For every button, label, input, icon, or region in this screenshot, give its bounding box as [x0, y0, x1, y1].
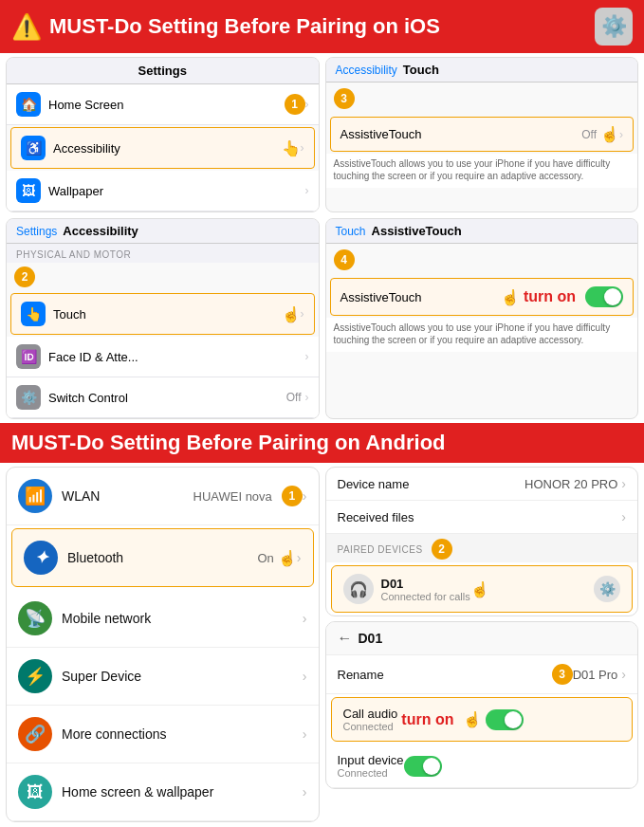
- d01-paired-row[interactable]: 🎧 D01 Connected for calls ☝️ ⚙️: [331, 565, 634, 613]
- bluetooth-label: Bluetooth: [67, 550, 257, 565]
- received-files-row[interactable]: Received files ›: [326, 501, 638, 534]
- more-connections-label: More connections: [62, 726, 303, 742]
- hand-icon: ☝️: [600, 125, 619, 143]
- input-device-label: Input device: [338, 753, 404, 767]
- assistivetouch-on-desc: AssistiveTouch allows you to use your iP…: [326, 318, 638, 352]
- faceid-row[interactable]: 🆔 Face ID & Atte... ›: [7, 337, 319, 377]
- rename-chevron: ›: [621, 667, 626, 682]
- paired-devices-section: PAIRED DEVICES 2: [326, 534, 638, 562]
- d01-header: ← D01: [326, 622, 638, 655]
- chevron: ›: [301, 307, 304, 321]
- wlan-label: WLAN: [62, 488, 193, 504]
- d01-device-icon: 🎧: [343, 574, 374, 604]
- wlan-row[interactable]: 📶 WLAN HUAWEI nova 1 ›: [7, 468, 319, 525]
- super-chevron: ›: [303, 669, 307, 684]
- input-device-toggle[interactable]: [404, 756, 442, 777]
- warning-icon: ⚠️: [11, 12, 42, 42]
- d01-sub: Connected for calls: [381, 591, 470, 602]
- call-audio-turn-on: turn on: [401, 711, 453, 728]
- android-bluetooth-panel: 📶 WLAN HUAWEI nova 1 › ✦ Bluetooth On ☝️…: [6, 467, 320, 822]
- input-device-row[interactable]: Input device Connected: [326, 744, 638, 788]
- call-audio-sub: Connected: [343, 721, 398, 732]
- rename-value: D01 Pro: [573, 668, 618, 682]
- switch-value: Off: [286, 391, 302, 404]
- home-screen-icon: 🏠: [16, 92, 41, 117]
- wallpaper-row[interactable]: 🖼 Wallpaper ›: [7, 171, 319, 211]
- mobile-network-row[interactable]: 📡 Mobile network ›: [7, 590, 319, 648]
- call-audio-info: Call audio Connected: [343, 707, 398, 732]
- assistivetouch-off-label: AssistiveTouch: [340, 127, 582, 141]
- bluetooth-icon: ✦: [24, 541, 58, 575]
- assistivetouch-on-label: AssistiveTouch: [340, 290, 497, 304]
- home-screen-row[interactable]: 🏠 Home Screen 1 ›: [7, 84, 319, 125]
- mobile-chevron: ›: [303, 611, 307, 626]
- call-audio-toggle[interactable]: [486, 709, 524, 730]
- wlan-icon: 📶: [18, 479, 52, 513]
- call-audio-row[interactable]: Call audio Connected turn on ☝️: [331, 697, 634, 742]
- super-device-row[interactable]: ⚡ Super Device ›: [7, 648, 319, 706]
- d01-name: D01: [381, 577, 470, 591]
- back-accessibility[interactable]: Accessibility: [336, 64, 397, 77]
- d01-gear-icon[interactable]: ⚙️: [594, 576, 620, 602]
- ios-assistivetouch-off-panel: Accessibility Touch 3 AssistiveTouch Off…: [325, 57, 639, 212]
- input-device-info: Input device Connected: [338, 753, 404, 779]
- accessibility-label: Accessibility: [53, 141, 282, 156]
- ios-screenshots-grid: Settings 🏠 Home Screen 1 › ♿ Accessibili…: [0, 53, 644, 423]
- d01-title: D01: [359, 631, 383, 646]
- wallpaper-label: Wallpaper: [48, 184, 305, 198]
- wlan-chevron: ›: [303, 488, 307, 504]
- touch-assistivetouch-header: Touch AssistiveTouch: [326, 219, 638, 244]
- chevron: ›: [305, 98, 309, 111]
- faceid-label: Face ID & Atte...: [48, 350, 305, 364]
- ios-settings-panel: Settings 🏠 Home Screen 1 › ♿ Accessibili…: [6, 57, 320, 212]
- assistivetouch-toggle[interactable]: [585, 286, 623, 307]
- touch-row[interactable]: 👆 Touch ☝️ ›: [10, 293, 315, 335]
- device-name-row[interactable]: Device name HONOR 20 PRO ›: [326, 468, 638, 501]
- android-banner-title: MUST-Do Setting Before Pairing on Andrio…: [11, 431, 446, 455]
- turn-on-text: turn on: [524, 288, 576, 305]
- android-right-panels: Device name HONOR 20 PRO › Received file…: [325, 467, 639, 822]
- more-connections-row[interactable]: 🔗 More connections ›: [7, 706, 319, 763]
- d01-back-arrow[interactable]: ←: [338, 630, 353, 647]
- received-files-chevron: ›: [621, 509, 626, 524]
- badge-1: 1: [285, 94, 305, 115]
- touch-label: Touch: [53, 307, 282, 322]
- rename-row[interactable]: Rename 3 D01 Pro ›: [326, 655, 638, 694]
- rename-label: Rename: [338, 668, 546, 682]
- badge-3: 3: [334, 88, 355, 109]
- android-screenshots-grid: 📶 WLAN HUAWEI nova 1 › ✦ Bluetooth On ☝️…: [0, 463, 644, 827]
- badge-android-2: 2: [432, 539, 452, 560]
- back-touch[interactable]: Touch: [336, 225, 366, 238]
- android-device-panel: Device name HONOR 20 PRO › Received file…: [325, 467, 639, 616]
- home-screen-label: Home Screen: [48, 98, 279, 112]
- chevron: ›: [305, 391, 309, 404]
- assistivetouch-row-off[interactable]: AssistiveTouch Off ☝️ ›: [330, 117, 635, 152]
- settings-header: Settings: [7, 58, 319, 84]
- back-settings[interactable]: Settings: [16, 225, 57, 238]
- hand-pointer: 👆: [282, 139, 301, 157]
- home-wallpaper-label: Home screen & wallpaper: [62, 784, 303, 799]
- home-screen-wallpaper-row[interactable]: 🖼 Home screen & wallpaper ›: [7, 763, 319, 821]
- assistivetouch-toggle-row[interactable]: AssistiveTouch ☝️ turn on: [330, 278, 635, 316]
- ios-banner-title: MUST-Do Setting Before Pairing on iOS: [49, 14, 440, 39]
- mobile-network-label: Mobile network: [62, 611, 303, 626]
- bt-chevron: ›: [297, 550, 302, 565]
- switch-control-row[interactable]: ⚙️ Switch Control Off ›: [7, 377, 319, 418]
- home-wallpaper-chevron: ›: [303, 784, 307, 799]
- device-name-label: Device name: [338, 477, 525, 491]
- more-connections-icon: 🔗: [18, 717, 52, 751]
- switch-icon: ⚙️: [16, 385, 41, 410]
- device-name-chevron: ›: [621, 476, 626, 491]
- accessibility-touch-header: Accessibility Touch: [326, 58, 638, 83]
- accessibility-row[interactable]: ♿ Accessibility 👆 ›: [10, 127, 315, 169]
- hand-call-audio: ☝️: [463, 710, 482, 728]
- accessibility-title: Accessibility: [63, 224, 138, 238]
- assistivetouch-off-value: Off: [581, 128, 597, 141]
- gear-icon: ⚙️: [595, 8, 633, 46]
- physical-motor-section: PHYSICAL AND MOTOR: [7, 244, 319, 263]
- ios-banner: ⚠️ MUST-Do Setting Before Pairing on iOS…: [0, 0, 644, 53]
- home-wallpaper-icon: 🖼: [18, 775, 52, 809]
- bluetooth-row[interactable]: ✦ Bluetooth On ☝️ ›: [11, 528, 314, 587]
- call-audio-label: Call audio: [343, 707, 398, 721]
- wallpaper-icon: 🖼: [16, 178, 41, 203]
